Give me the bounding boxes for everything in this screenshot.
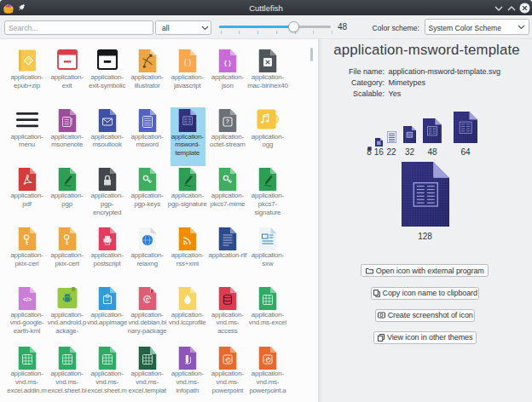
svg-text:{ }: { }: [224, 59, 231, 66]
svg-text:?: ?: [226, 118, 229, 124]
svg-text:( ): ( ): [184, 58, 191, 66]
svg-text:</>: </>: [22, 296, 31, 302]
